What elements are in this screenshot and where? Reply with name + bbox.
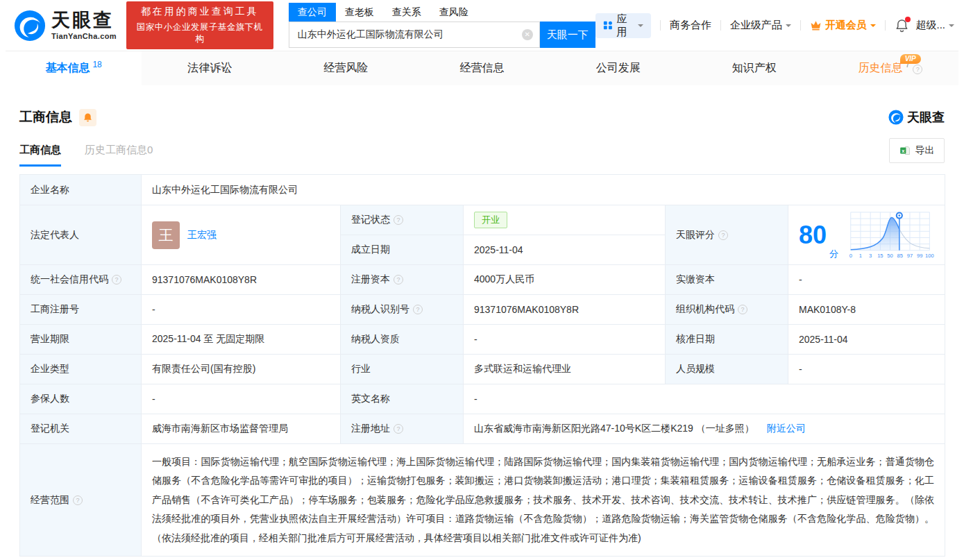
field-value-company-type: 有限责任公司(国有控股) (142, 355, 341, 384)
field-label-staff-size: 人员规模 (666, 355, 788, 384)
field-value-reg-number: - (142, 295, 341, 325)
field-label-tyc-score: 天眼评分? (666, 205, 788, 265)
nav-enterprise-products[interactable]: 企业级产品 (730, 19, 791, 32)
field-value-taxpayer-quality: - (464, 325, 666, 355)
business-info-table: 企业名称 山东中外运化工国际物流有限公司 法定代表人 王 王宏强 登记状态? 开… (19, 174, 945, 557)
score-axis-ticks: 0 1 3 15 50 85 97 99 100 (849, 253, 934, 259)
help-icon[interactable]: ? (112, 275, 121, 285)
excel-icon: x (899, 145, 911, 156)
search-tab-risk[interactable]: 查风险 (430, 3, 477, 22)
table-row: 企业名称 山东中外运化工国际物流有限公司 (20, 175, 945, 205)
field-value-staff-size: - (788, 355, 945, 384)
field-label-english-name: 英文名称 (341, 384, 464, 414)
tab-basic-info[interactable]: 基本信息 18 (6, 51, 142, 85)
nav-business-cooperation[interactable]: 商务合作 (670, 19, 711, 32)
help-icon[interactable]: ? (913, 65, 922, 74)
field-label-taxpayer-quality: 纳税人资质 (341, 325, 464, 355)
help-icon[interactable]: ? (413, 305, 423, 314)
avatar[interactable]: 王 (152, 221, 180, 249)
tab-operating-info[interactable]: 经营信息 (414, 51, 550, 85)
table-row: 统一社会信用代码? 91371076MAK0108Y8R 注册资本? 4000万… (20, 265, 945, 295)
search-box: ✕ (289, 22, 540, 48)
bell-icon (83, 112, 93, 123)
score-value: 80 (799, 223, 827, 248)
field-value-tyc-score: 80 分 (788, 205, 945, 265)
legal-rep-link[interactable]: 王宏强 (187, 229, 217, 241)
field-value-credit-code: 91371076MAK0108Y8R (142, 265, 341, 295)
field-label-reg-authority: 登记机关 (20, 414, 142, 444)
slogan-line1: 都在用的商业查询工具 (133, 6, 267, 18)
search-tab-boss[interactable]: 查老板 (336, 3, 383, 22)
search-tab-company[interactable]: 查公司 (289, 3, 336, 22)
company-tabbar: 基本信息 18 法律诉讼 经营风险 经营信息 公司发展 知识产权 VIP 历史信… (6, 51, 958, 85)
tab-legal-proceedings[interactable]: 法律诉讼 (142, 51, 278, 85)
tab-company-development[interactable]: 公司发展 (550, 51, 686, 85)
svg-text:15: 15 (877, 253, 883, 259)
watermark-logo: 天眼查 (888, 109, 945, 126)
table-row: 营业期限 2025-11-04 至 无固定期限 纳税人资质 - 核准日期 202… (20, 325, 945, 355)
field-value-address: 山东省威海市南海新区阳光路47-10号K区二楼K219 （一址多照） 附近公司 (464, 414, 945, 444)
search-tab-relation[interactable]: 查关系 (383, 3, 430, 22)
field-value-reg-capital: 4000万人民币 (464, 265, 666, 295)
subscribe-bell-button[interactable] (79, 109, 96, 126)
table-row: 参保人数 - 英文名称 - (20, 384, 945, 414)
help-icon[interactable]: ? (394, 275, 403, 285)
divider (720, 20, 721, 31)
field-label-reg-capital: 注册资本? (341, 265, 464, 295)
search-module: 查公司 查老板 查关系 查风险 ✕ 天眼一下 (289, 3, 595, 48)
field-label-taxpayer-id: 纳税人识别号? (341, 295, 464, 325)
clear-icon[interactable]: ✕ (522, 29, 533, 40)
divider (800, 20, 801, 31)
help-icon[interactable]: ? (73, 495, 83, 505)
help-icon[interactable]: ? (718, 230, 728, 240)
chevron-down-icon (786, 24, 791, 30)
slogan-line2: 国家中小企业发展子基金旗下机构 (133, 22, 267, 45)
subtab-business-info[interactable]: 工商信息 (19, 144, 61, 167)
table-row: 工商注册号 - 纳税人识别号? 91371076MAK0108Y8R 组织机构代… (20, 295, 945, 325)
field-label-company-type: 企业类型 (20, 355, 142, 384)
field-value-business-term: 2025-11-04 至 无固定期限 (142, 325, 341, 355)
apps-menu[interactable]: 应用 (595, 13, 651, 38)
search-button[interactable]: 天眼一下 (540, 22, 595, 48)
vip-badge: VIP (900, 54, 921, 64)
export-button[interactable]: x 导出 (889, 138, 945, 163)
help-icon[interactable]: ? (394, 215, 403, 225)
svg-text:97: 97 (907, 253, 913, 259)
tianyancha-logo[interactable]: 天眼查 TianYanCha.com (14, 10, 117, 42)
table-row: 企业类型 有限责任公司(国有控股) 行业 多式联运和运输代理业 人员规模 - (20, 355, 945, 384)
field-value-industry: 多式联运和运输代理业 (464, 355, 666, 384)
nearby-companies-link[interactable]: 附近公司 (767, 423, 806, 434)
help-icon[interactable]: ? (394, 424, 403, 434)
field-value-reg-status: 开业 (464, 205, 666, 235)
logo-text: 天眼查 (51, 11, 117, 30)
field-value-company-name: 山东中外运化工国际物流有限公司 (142, 175, 945, 205)
slogan-banner: 都在用的商业查询工具 国家中小企业发展子基金旗下机构 (126, 1, 273, 49)
help-icon[interactable]: ? (738, 305, 747, 314)
field-value-establish-date: 2025-11-04 (464, 235, 666, 265)
nav-open-vip[interactable]: 开通会员 (810, 19, 876, 32)
field-value-business-scope: 一般项目：国际货物运输代理；航空国际货物运输代理；海上国际货物运输代理；陆路国际… (142, 444, 945, 557)
svg-text:0: 0 (849, 253, 852, 259)
tab-operating-risk[interactable]: 经营风险 (278, 51, 414, 85)
nav-super-vip[interactable]: 超级... (916, 19, 955, 32)
field-label-industry: 行业 (341, 355, 464, 384)
svg-text:50: 50 (887, 253, 893, 259)
field-label-establish-date: 成立日期 (341, 235, 464, 265)
svg-text:99: 99 (917, 253, 922, 259)
field-value-org-code: MAK0108Y-8 (788, 295, 945, 325)
field-label-credit-code: 统一社会信用代码? (20, 265, 142, 295)
chevron-down-icon (949, 24, 954, 30)
notifications-bell[interactable] (895, 18, 909, 33)
subtab-history-business-info[interactable]: 历史工商信息0 (85, 144, 153, 167)
field-label-insured: 参保人数 (20, 384, 142, 414)
svg-text:3: 3 (869, 253, 872, 259)
tab-intellectual-property[interactable]: 知识产权 (686, 51, 822, 85)
tab-history-info[interactable]: VIP 历史信息 7 ? (822, 51, 958, 85)
grid-icon (603, 19, 613, 31)
score-distribution-chart: 0 1 3 15 50 85 97 99 100 (847, 208, 934, 262)
search-input[interactable] (289, 22, 539, 47)
field-value-english-name: - (464, 384, 945, 414)
svg-text:100: 100 (925, 253, 934, 259)
field-label-paid-capital: 实缴资本 (666, 265, 788, 295)
logo-domain: TianYanCha.com (51, 33, 117, 40)
